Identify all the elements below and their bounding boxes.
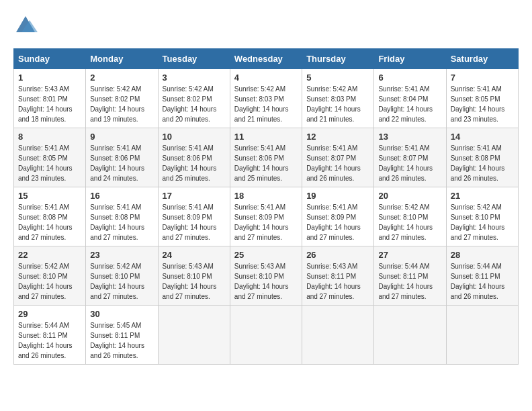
day-number: 15 [18,191,81,201]
calendar-cell: 15 Sunrise: 5:41 AM Sunset: 8:08 PM Dayl… [14,187,86,246]
day-number: 21 [451,191,514,201]
calendar-cell: 9 Sunrise: 5:41 AM Sunset: 8:06 PM Dayli… [86,128,158,187]
calendar-cell: 12 Sunrise: 5:41 AM Sunset: 8:07 PM Dayl… [302,128,374,187]
calendar-cell: 19 Sunrise: 5:41 AM Sunset: 8:09 PM Dayl… [302,187,374,246]
calendar-table: SundayMondayTuesdayWednesdayThursdayFrid… [13,48,519,365]
day-number: 30 [90,309,153,319]
calendar-cell [158,306,230,365]
day-info: Sunrise: 5:41 AM Sunset: 8:08 PM Dayligh… [451,143,514,183]
calendar-cell: 29 Sunrise: 5:44 AM Sunset: 8:11 PM Dayl… [14,306,86,365]
day-info: Sunrise: 5:42 AM Sunset: 8:03 PM Dayligh… [234,84,298,124]
day-info: Sunrise: 5:41 AM Sunset: 8:06 PM Dayligh… [90,143,153,183]
day-info: Sunrise: 5:41 AM Sunset: 8:06 PM Dayligh… [234,143,298,183]
calendar-cell [446,306,518,365]
day-info: Sunrise: 5:41 AM Sunset: 8:07 PM Dayligh… [378,143,441,183]
calendar-header-row: SundayMondayTuesdayWednesdayThursdayFrid… [14,49,519,69]
day-info: Sunrise: 5:41 AM Sunset: 8:09 PM Dayligh… [306,202,369,242]
day-info: Sunrise: 5:44 AM Sunset: 8:11 PM Dayligh… [378,261,441,302]
day-number: 13 [378,132,441,142]
day-info: Sunrise: 5:41 AM Sunset: 8:05 PM Dayligh… [451,84,514,124]
day-number: 28 [451,250,514,260]
calendar-cell [302,306,374,365]
day-info: Sunrise: 5:41 AM Sunset: 8:05 PM Dayligh… [18,143,81,183]
day-number: 27 [378,250,441,260]
calendar-cell: 16 Sunrise: 5:41 AM Sunset: 8:08 PM Dayl… [86,187,158,246]
weekday-header-wednesday: Wednesday [230,49,302,69]
day-info: Sunrise: 5:43 AM Sunset: 8:10 PM Dayligh… [163,261,226,302]
day-info: Sunrise: 5:42 AM Sunset: 8:02 PM Dayligh… [163,84,226,124]
day-info: Sunrise: 5:41 AM Sunset: 8:09 PM Dayligh… [234,202,298,242]
logo-icon [13,13,38,38]
calendar-cell: 2 Sunrise: 5:42 AM Sunset: 8:02 PM Dayli… [86,69,158,128]
day-number: 29 [18,309,81,319]
day-number: 26 [306,250,369,260]
day-number: 20 [378,191,441,201]
day-number: 4 [234,73,298,83]
day-info: Sunrise: 5:44 AM Sunset: 8:11 PM Dayligh… [451,261,514,302]
day-info: Sunrise: 5:44 AM Sunset: 8:11 PM Dayligh… [18,320,81,361]
weekday-header-monday: Monday [86,49,158,69]
day-info: Sunrise: 5:42 AM Sunset: 8:03 PM Dayligh… [306,84,369,124]
day-info: Sunrise: 5:45 AM Sunset: 8:11 PM Dayligh… [90,320,153,361]
day-info: Sunrise: 5:42 AM Sunset: 8:10 PM Dayligh… [378,202,441,242]
day-info: Sunrise: 5:41 AM Sunset: 8:09 PM Dayligh… [163,202,226,242]
weekday-header-friday: Friday [374,49,446,69]
weekday-header-thursday: Thursday [302,49,374,69]
calendar-body: 1 Sunrise: 5:43 AM Sunset: 8:01 PM Dayli… [14,69,519,365]
calendar-cell: 10 Sunrise: 5:41 AM Sunset: 8:06 PM Dayl… [158,128,230,187]
calendar-cell [230,306,302,365]
calendar-week-5: 29 Sunrise: 5:44 AM Sunset: 8:11 PM Dayl… [14,306,519,365]
day-number: 17 [163,191,226,201]
day-info: Sunrise: 5:42 AM Sunset: 8:10 PM Dayligh… [451,202,514,242]
weekday-header-tuesday: Tuesday [158,49,230,69]
calendar-week-1: 1 Sunrise: 5:43 AM Sunset: 8:01 PM Dayli… [14,69,519,128]
calendar-week-3: 15 Sunrise: 5:41 AM Sunset: 8:08 PM Dayl… [14,187,519,246]
day-info: Sunrise: 5:43 AM Sunset: 8:11 PM Dayligh… [306,261,369,302]
day-number: 3 [163,73,226,83]
day-number: 24 [163,250,226,260]
calendar-cell: 23 Sunrise: 5:42 AM Sunset: 8:10 PM Dayl… [86,246,158,306]
calendar-cell: 27 Sunrise: 5:44 AM Sunset: 8:11 PM Dayl… [374,246,446,306]
calendar-cell: 1 Sunrise: 5:43 AM Sunset: 8:01 PM Dayli… [14,69,86,128]
day-info: Sunrise: 5:43 AM Sunset: 8:01 PM Dayligh… [18,84,81,124]
day-info: Sunrise: 5:42 AM Sunset: 8:02 PM Dayligh… [90,84,153,124]
day-number: 9 [90,132,153,142]
day-number: 12 [306,132,369,142]
calendar-cell: 8 Sunrise: 5:41 AM Sunset: 8:05 PM Dayli… [14,128,86,187]
calendar-cell: 26 Sunrise: 5:43 AM Sunset: 8:11 PM Dayl… [302,246,374,306]
day-number: 19 [306,191,369,201]
day-info: Sunrise: 5:41 AM Sunset: 8:06 PM Dayligh… [163,143,226,183]
day-number: 25 [234,250,298,260]
calendar-cell: 4 Sunrise: 5:42 AM Sunset: 8:03 PM Dayli… [230,69,302,128]
day-number: 8 [18,132,81,142]
day-number: 10 [163,132,226,142]
calendar-cell: 18 Sunrise: 5:41 AM Sunset: 8:09 PM Dayl… [230,187,302,246]
day-info: Sunrise: 5:41 AM Sunset: 8:08 PM Dayligh… [90,202,153,242]
day-number: 11 [234,132,298,142]
calendar-cell: 24 Sunrise: 5:43 AM Sunset: 8:10 PM Dayl… [158,246,230,306]
calendar-cell: 13 Sunrise: 5:41 AM Sunset: 8:07 PM Dayl… [374,128,446,187]
calendar-week-2: 8 Sunrise: 5:41 AM Sunset: 8:05 PM Dayli… [14,128,519,187]
calendar-cell: 5 Sunrise: 5:42 AM Sunset: 8:03 PM Dayli… [302,69,374,128]
day-info: Sunrise: 5:42 AM Sunset: 8:10 PM Dayligh… [90,261,153,302]
day-number: 18 [234,191,298,201]
day-number: 14 [451,132,514,142]
calendar-cell: 17 Sunrise: 5:41 AM Sunset: 8:09 PM Dayl… [158,187,230,246]
weekday-header-sunday: Sunday [14,49,86,69]
calendar-cell: 30 Sunrise: 5:45 AM Sunset: 8:11 PM Dayl… [86,306,158,365]
weekday-header-saturday: Saturday [446,49,518,69]
logo [13,13,40,38]
calendar-cell: 6 Sunrise: 5:41 AM Sunset: 8:04 PM Dayli… [374,69,446,128]
day-number: 23 [90,250,153,260]
calendar-cell: 20 Sunrise: 5:42 AM Sunset: 8:10 PM Dayl… [374,187,446,246]
day-number: 22 [18,250,81,260]
calendar-cell [374,306,446,365]
page-header [13,13,519,38]
calendar-week-4: 22 Sunrise: 5:42 AM Sunset: 8:10 PM Dayl… [14,246,519,306]
day-number: 1 [18,73,81,83]
day-number: 7 [451,73,514,83]
calendar-cell: 14 Sunrise: 5:41 AM Sunset: 8:08 PM Dayl… [446,128,518,187]
day-info: Sunrise: 5:41 AM Sunset: 8:08 PM Dayligh… [18,202,81,242]
calendar-cell: 28 Sunrise: 5:44 AM Sunset: 8:11 PM Dayl… [446,246,518,306]
day-info: Sunrise: 5:41 AM Sunset: 8:07 PM Dayligh… [306,143,369,183]
